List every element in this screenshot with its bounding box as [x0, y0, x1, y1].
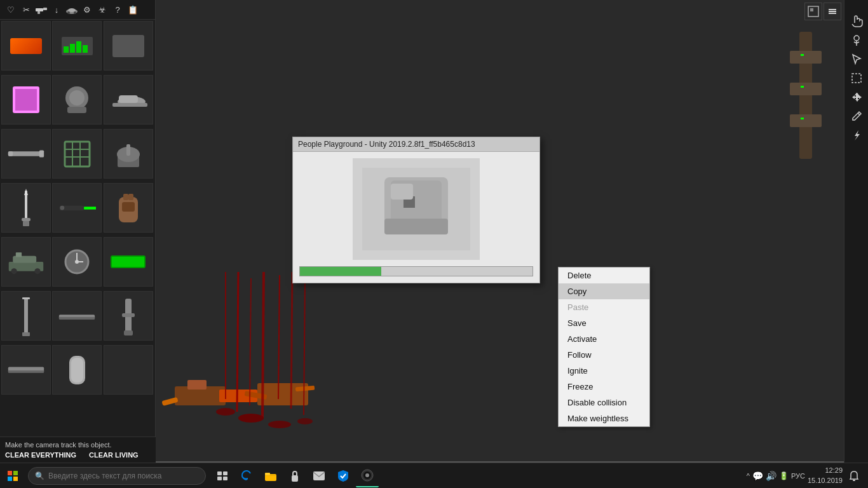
item-cell-11[interactable] — [52, 183, 102, 233]
search-input[interactable] — [48, 471, 188, 480]
edge-app[interactable] — [235, 464, 258, 487]
clear-living-button[interactable]: CLEAR LIVING — [89, 451, 139, 459]
svg-point-4 — [68, 8, 76, 12]
minimap-btn[interactable] — [804, 3, 822, 20]
toolbar-heart[interactable]: ♡ — [4, 3, 18, 17]
taskbar: 🔍 ^ 💬 — [0, 463, 868, 488]
svg-line-70 — [250, 278, 251, 405]
svg-rect-90 — [391, 184, 413, 200]
svg-rect-105 — [217, 471, 222, 475]
start-button[interactable] — [0, 463, 25, 489]
power-icon[interactable]: 🔋 — [779, 471, 789, 480]
mail-app[interactable] — [308, 464, 330, 487]
item-cell-20[interactable] — [52, 345, 102, 395]
arrow-tool[interactable] — [847, 50, 866, 69]
menu-btn[interactable] — [824, 3, 841, 20]
notification-button[interactable] — [845, 467, 863, 485]
item-cell-8[interactable] — [52, 129, 102, 179]
toolbar-icons: ♡ ✂ ↓ ⚙ ☣ ? 📋 — [0, 0, 155, 20]
toolbar-gear[interactable]: ⚙ — [80, 3, 94, 17]
power-tool[interactable] — [847, 126, 866, 145]
svg-rect-0 — [36, 8, 43, 11]
item-cell-13[interactable] — [1, 237, 51, 287]
taskbar-right: ^ 💬 🔊 🔋 РУС 12:29 15.10.2019 — [747, 466, 868, 485]
selection-tool[interactable] — [847, 69, 866, 88]
left-sidebar: ♡ ✂ ↓ ⚙ ☣ ? 📋 — [0, 0, 156, 463]
volume-icon[interactable]: 🔊 — [766, 471, 776, 481]
network-icon[interactable]: 💬 — [752, 471, 763, 481]
svg-rect-10 — [76, 41, 81, 53]
search-bar[interactable]: 🔍 — [28, 467, 206, 485]
show-hidden-icons[interactable]: ^ — [747, 472, 750, 480]
edit-tool[interactable] — [847, 107, 866, 126]
item-cell-4[interactable] — [1, 75, 51, 125]
ctx-copy[interactable]: Copy — [559, 283, 649, 299]
toolbar-car[interactable] — [65, 3, 79, 17]
svg-rect-16 — [112, 103, 147, 107]
ctx-disable-collision[interactable]: Disable collision — [559, 395, 649, 410]
clock-date: 15.10.2019 — [808, 476, 843, 485]
ctx-freeze[interactable]: Freeze — [559, 379, 649, 395]
item-cell-10[interactable] — [1, 183, 51, 233]
item-cell-9[interactable] — [104, 129, 153, 179]
clock[interactable]: 12:29 15.10.2019 — [808, 466, 843, 485]
item-cell-21[interactable] — [104, 345, 153, 395]
svg-rect-82 — [790, 114, 822, 127]
language-indicator[interactable]: РУС — [791, 472, 805, 480]
sidebar-bottom: Make the camera track this object. CLEAR… — [0, 437, 156, 463]
item-cell-19[interactable] — [1, 345, 51, 395]
toolbar-cut[interactable]: ✂ — [19, 3, 33, 17]
unity-app[interactable] — [356, 464, 379, 487]
svg-rect-17 — [119, 95, 138, 103]
ctx-save[interactable]: Save — [559, 315, 649, 331]
dialog-title: People Playground - Unity 2019.2.8f1_ff5… — [298, 140, 475, 149]
item-cell-7[interactable] — [1, 129, 51, 179]
toolbar-biohazard[interactable]: ☣ — [95, 3, 109, 17]
item-cell-5[interactable] — [52, 75, 102, 125]
dialog-progress-bar — [299, 266, 533, 276]
clear-everything-button[interactable]: CLEAR EVERYTHING — [5, 451, 76, 459]
item-cell-12[interactable] — [104, 183, 153, 233]
svg-rect-42 — [16, 252, 22, 257]
taskview-button[interactable] — [211, 464, 234, 487]
item-cell-1[interactable] — [1, 21, 51, 71]
ctx-activate[interactable]: Activate — [559, 331, 649, 347]
item-cell-16[interactable] — [1, 291, 51, 341]
item-cell-15[interactable] — [104, 237, 153, 287]
svg-rect-104 — [13, 477, 18, 481]
svg-rect-49 — [24, 297, 28, 335]
item-cell-17[interactable] — [52, 291, 102, 341]
explorer-app[interactable] — [259, 464, 282, 487]
svg-rect-84 — [801, 86, 804, 88]
ctx-make-weightless[interactable]: Make weightless — [559, 410, 649, 426]
hand-tool[interactable] — [847, 11, 866, 30]
svg-rect-98 — [852, 74, 861, 83]
toolbar-gun[interactable] — [34, 3, 48, 17]
svg-rect-110 — [265, 473, 270, 475]
item-cell-14[interactable] — [52, 237, 102, 287]
ctx-follow[interactable]: Follow — [559, 347, 649, 363]
svg-rect-107 — [217, 477, 222, 480]
right-tools — [847, 11, 866, 145]
svg-rect-31 — [22, 218, 31, 221]
ctx-delete[interactable]: Delete — [559, 268, 649, 283]
security-app[interactable] — [283, 464, 306, 487]
item-cell-6[interactable] — [104, 75, 153, 125]
svg-point-76 — [238, 414, 264, 423]
item-cell-2[interactable] — [52, 21, 102, 71]
move-tool[interactable] — [847, 88, 866, 107]
background-object — [787, 32, 825, 159]
svg-rect-2 — [37, 11, 40, 14]
grab-tool[interactable] — [847, 30, 866, 50]
item-cell-3[interactable] — [104, 21, 153, 71]
toolbar-help[interactable]: ? — [111, 3, 125, 17]
dialog-body — [293, 152, 539, 283]
defender-app[interactable] — [332, 464, 355, 487]
toolbar-clipboard[interactable]: 📋 — [126, 3, 140, 17]
item-cell-18[interactable] — [104, 291, 153, 341]
svg-point-35 — [60, 205, 65, 210]
loading-dialog: People Playground - Unity 2019.2.8f1_ff5… — [292, 137, 540, 283]
toolbar-arrow[interactable]: ↓ — [50, 3, 64, 17]
ctx-ignite[interactable]: Ignite — [559, 363, 649, 379]
svg-rect-38 — [123, 194, 128, 200]
